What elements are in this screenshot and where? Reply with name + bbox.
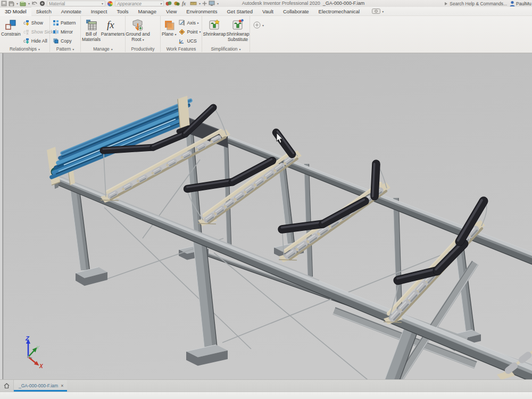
window-title: Autodesk Inventor Professional 2020 _GA-… (229, 1, 378, 6)
show-sick-icon: c (23, 29, 30, 35)
ribbon-display-options[interactable]: ▾ (250, 16, 264, 53)
shrinkwrap-button[interactable]: Shrinkwrap Substitute (227, 17, 249, 46)
constrain-icon (4, 19, 17, 31)
user-account[interactable]: PaulMu (510, 1, 532, 6)
constrain-button[interactable]: Constrain (1, 17, 21, 46)
app-menu-icon[interactable] (1, 1, 7, 6)
ribbon-options-icon (253, 21, 261, 29)
axis-icon (179, 20, 185, 26)
appearance-dropdown[interactable]: Appearance ▾ (115, 1, 164, 6)
panel-label[interactable]: Simplification▾ (202, 46, 250, 52)
ribbon-tab-tools[interactable]: Tools (112, 7, 133, 16)
search-help-label: Search Help & Commands... (450, 1, 507, 6)
color-wheel-icon[interactable] (107, 1, 113, 6)
gear-icon[interactable] (39, 1, 45, 6)
ribbon-tab-get-started[interactable]: Get Started (222, 7, 257, 16)
ribbon-tab-environments[interactable]: Environments (181, 7, 222, 16)
svg-text:fx: fx (107, 19, 114, 30)
button-label: Show (31, 20, 43, 26)
open-dropdown-icon[interactable]: ▾ (28, 2, 30, 5)
ribbon-panel-simplification: ShrinkwrapShrinkwrap SubstituteSimplific… (202, 16, 250, 52)
panel-label[interactable]: Relationships▾ (0, 46, 49, 52)
open-icon[interactable] (20, 1, 26, 6)
camera-dropdown-icon: ▾ (382, 10, 384, 13)
ribbon-tab-manage[interactable]: Manage (134, 7, 161, 16)
shrinkwrap-sub-icon (231, 19, 244, 31)
appearance-dropdown-label: Appearance (117, 1, 142, 6)
model-viewport[interactable]: ZYX (0, 53, 532, 379)
ribbon-tab-vault[interactable]: Vault (257, 7, 278, 16)
window-title-doc: _GA-000-000-F.iam (323, 1, 365, 6)
panel-label[interactable]: Manage▾ (81, 46, 125, 52)
undo-icon[interactable] (31, 1, 38, 6)
fx-icon: fx (106, 19, 119, 31)
parameters-button[interactable]: fxParameters (102, 17, 124, 46)
ribbon-panel-manage: Bill of MaterialsfxParametersManage▾ (81, 16, 126, 52)
save-icon[interactable] (9, 1, 14, 6)
ribbon-tab-annotate[interactable]: Annotate (56, 7, 86, 16)
browser-panel-edge (0, 53, 3, 379)
panel-dropdown-icon: ▾ (38, 47, 40, 51)
pattern-button[interactable]: Pattern (51, 19, 77, 27)
button-label: Copy (61, 38, 72, 44)
button-label: Pattern (61, 20, 76, 26)
ribbon: ConstraincShowcShow SickcHide AllRelatio… (0, 16, 532, 53)
button-label: Ground and Root ▾ (126, 32, 149, 43)
ribbon-tab-inspect[interactable]: Inspect (86, 7, 112, 16)
ribbon-tab-electromechanical[interactable]: Electromechanical (314, 7, 365, 16)
qat-customize-icon[interactable]: ▾ (217, 2, 219, 5)
measure-dropdown-icon[interactable]: ▾ (199, 2, 201, 5)
adjust-icon[interactable] (165, 1, 172, 6)
quick-access-toolbar: ▾ ▾ Material ▾ Appearance (1, 0, 219, 7)
svg-text:Y: Y (36, 345, 40, 350)
user-avatar-icon (510, 1, 515, 6)
measure-icon[interactable] (190, 1, 197, 6)
plane-button[interactable]: Plane ▾ (162, 17, 176, 46)
plane-icon (163, 19, 176, 31)
home-tab-button[interactable] (0, 380, 14, 392)
mirror-button[interactable]: Mirror (51, 28, 77, 36)
button-label: Hide All (31, 38, 47, 44)
save-dropdown-icon[interactable]: ▾ (16, 2, 18, 5)
material-dropdown[interactable]: Material ▾ (47, 1, 105, 6)
ribbon-tab-collaborate[interactable]: Collaborate (278, 7, 314, 16)
flyout-caret-icon: ▾ (199, 30, 201, 34)
hide-all-icon: c (23, 38, 30, 44)
ribbon-tab-3d-model[interactable]: 3D Model (0, 7, 31, 16)
ground-and-button[interactable]: Ground and Root ▾ (127, 17, 149, 46)
ucs-icon (179, 38, 185, 44)
document-tab-label: _GA-000-000-F.iam (19, 383, 58, 388)
document-tab[interactable]: _GA-000-000-F.iam× (14, 380, 67, 392)
material-dropdown-label: Material (49, 1, 65, 6)
camera-icon (372, 9, 380, 14)
button-label: Mirror (61, 29, 73, 35)
update-icon[interactable] (173, 1, 180, 6)
panel-label[interactable]: Pattern▾ (50, 46, 80, 52)
plus-icon[interactable] (202, 1, 207, 6)
shrinkwrap-button[interactable]: Shrinkwrap (203, 17, 226, 46)
point-button[interactable]: Point▾ (177, 28, 202, 36)
tab-close-icon[interactable]: × (61, 383, 63, 388)
button-label: Shrinkwrap (203, 32, 226, 37)
copy-button[interactable]: Copy (51, 37, 77, 45)
ribbon-tab-view[interactable]: View (161, 7, 181, 16)
ribbon-camera-control[interactable]: ▾ (372, 9, 384, 14)
bill-of-button[interactable]: Bill of Materials (82, 17, 101, 46)
parameters-quick-icon[interactable]: fx (181, 1, 188, 6)
ucs-button[interactable]: UCS (177, 37, 202, 45)
svg-text:X: X (39, 363, 44, 369)
ribbon-options-dropdown-icon: ▾ (262, 21, 264, 27)
show-icon: c (23, 20, 30, 26)
document-tab-bar: _GA-000-000-F.iam× (0, 379, 532, 392)
search-help-commands[interactable]: Search Help & Commands... (444, 1, 507, 6)
panel-dropdown-icon: ▾ (111, 47, 113, 51)
screen-icon[interactable] (209, 1, 215, 6)
panel-dropdown-icon: ▾ (72, 47, 74, 51)
svg-text:c: c (23, 29, 26, 35)
axis-button[interactable]: Axis▸ (177, 19, 202, 27)
mirror-icon (53, 29, 59, 35)
conveyor-assembly-model: ZYX (0, 53, 532, 379)
panel-label: Productivity (126, 46, 160, 52)
ribbon-tab-sketch[interactable]: Sketch (31, 7, 56, 16)
flyout-caret-icon: ▸ (197, 21, 199, 24)
